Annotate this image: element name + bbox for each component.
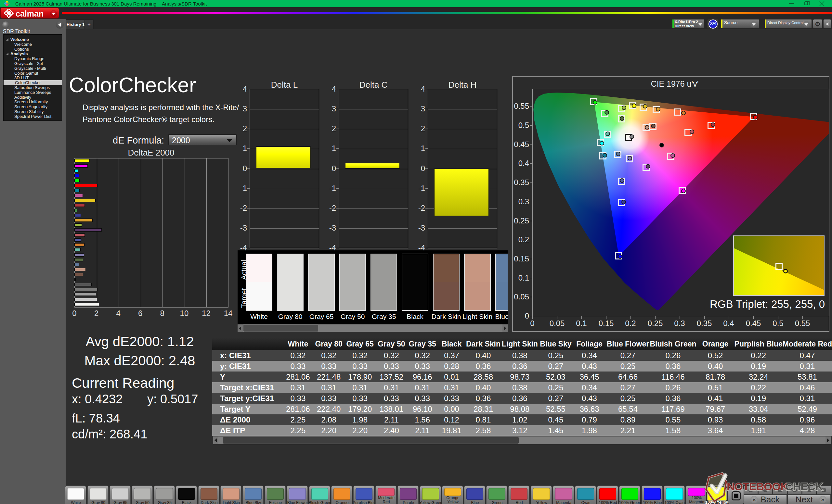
- svg-text:CHECK: CHECK: [785, 480, 823, 493]
- svg-text:NOTEBOOK: NOTEBOOK: [727, 480, 788, 493]
